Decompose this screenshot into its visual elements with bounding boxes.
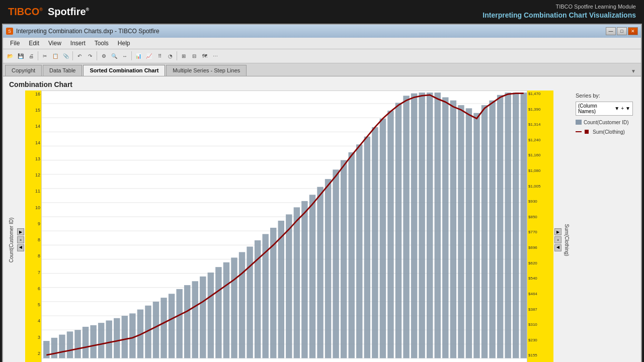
- svg-rect-57: [341, 160, 347, 358]
- svg-rect-55: [325, 179, 331, 358]
- nav-left-add[interactable]: +: [17, 236, 24, 243]
- menu-view[interactable]: View: [44, 39, 65, 48]
- menu-file[interactable]: File: [6, 39, 24, 48]
- app-icon: S: [6, 28, 13, 35]
- svg-rect-24: [83, 327, 89, 358]
- svg-rect-67: [419, 93, 425, 358]
- line-icon: [576, 131, 582, 132]
- svg-rect-80: [521, 93, 527, 358]
- toolbar-map[interactable]: 🗺: [200, 51, 210, 61]
- maximize-button[interactable]: □: [617, 27, 627, 35]
- tab-data-table[interactable]: Data Table: [43, 65, 82, 76]
- y-axis-nav-left: ▶ + ▶: [16, 90, 25, 362]
- toolbar-redo[interactable]: ↷: [85, 51, 95, 61]
- module-label: TIBCO Spotfire Learning Module: [482, 3, 636, 11]
- svg-rect-75: [481, 105, 488, 358]
- line-color-box: [585, 130, 589, 134]
- nav-right-down[interactable]: ▶: [554, 244, 561, 251]
- toolbar-pie[interactable]: ◔: [165, 51, 175, 61]
- toolbar-zoom[interactable]: 🔍: [109, 51, 119, 61]
- toolbar-more[interactable]: ⋯: [210, 51, 220, 61]
- toolbar-paste[interactable]: 📎: [61, 51, 71, 61]
- svg-rect-60: [364, 137, 370, 358]
- nav-left-down[interactable]: ▶: [17, 244, 24, 251]
- title-bar-buttons: — □ ✕: [606, 27, 638, 35]
- svg-rect-73: [466, 108, 472, 358]
- series-by-chevron[interactable]: ▼: [614, 106, 619, 111]
- tab-multiple-series[interactable]: Multiple Series - Step Lines: [166, 65, 247, 76]
- window-title: Interpreting Combination Charts.dxp - TI…: [16, 28, 159, 35]
- chart-title: Combination Chart: [3, 76, 641, 90]
- menu-tools[interactable]: Tools: [91, 39, 113, 48]
- series-by-dropdown[interactable]: (Column Names) ▼ + ▼: [576, 102, 633, 116]
- menu-insert[interactable]: Insert: [66, 39, 90, 48]
- toolbar-open[interactable]: 📂: [5, 51, 15, 61]
- toolbar-print[interactable]: 🖨: [26, 51, 36, 61]
- svg-rect-34: [160, 298, 167, 358]
- toolbar-filter[interactable]: ⚙: [99, 51, 109, 61]
- content-area: Combination Chart Count(Customer ID) ▶ +…: [3, 76, 641, 362]
- nav-right-up[interactable]: ▶: [554, 228, 561, 235]
- toolbar-sep4: [131, 51, 132, 60]
- close-button[interactable]: ✕: [628, 27, 638, 35]
- svg-rect-36: [176, 289, 182, 358]
- series-item-line: Sum(Clothing): [576, 129, 633, 135]
- tab-scroll-arrow[interactable]: ▼: [628, 66, 639, 76]
- toolbar-grid[interactable]: ⊟: [189, 51, 199, 61]
- module-title: Interpreting Combination Chart Visualiza…: [482, 11, 636, 21]
- toolbar: 📂 💾 🖨 ✂ 📋 📎 ↶ ↷ ⚙ 🔍 ↔ 📊 📈 ⠿ ◔ ⊞ ⊟ 🗺 ⋯: [3, 49, 641, 63]
- series-by-more[interactable]: ▼: [625, 106, 630, 111]
- svg-rect-35: [169, 294, 175, 358]
- toolbar-scatter[interactable]: ⠿: [154, 51, 165, 61]
- nav-left-up[interactable]: ▶: [17, 228, 24, 235]
- svg-rect-72: [458, 105, 464, 358]
- toolbar-save[interactable]: 💾: [16, 51, 26, 61]
- svg-rect-53: [309, 195, 315, 358]
- y-axis-right-label: Sum(Clothing): [562, 90, 572, 362]
- svg-rect-52: [301, 201, 307, 358]
- toolbar-copy[interactable]: 📋: [50, 51, 60, 61]
- series-item-bar: Count(Customer ID): [576, 120, 633, 125]
- svg-rect-61: [372, 127, 378, 358]
- minimize-button[interactable]: —: [606, 27, 616, 35]
- branding-right: TIBCO Spotfire Learning Module Interpret…: [482, 3, 636, 21]
- toolbar-undo[interactable]: ↶: [74, 51, 85, 61]
- svg-rect-65: [403, 96, 409, 358]
- toolbar-cut[interactable]: ✂: [40, 51, 50, 61]
- nav-right-add[interactable]: +: [554, 236, 561, 243]
- toolbar-sep5: [177, 51, 177, 60]
- toolbar-sep1: [38, 51, 38, 60]
- svg-rect-43: [231, 257, 237, 358]
- y-left-label-text: Count(Customer ID): [9, 218, 15, 262]
- title-bar-left: S Interpreting Combination Charts.dxp - …: [6, 28, 159, 35]
- y-highlight-right: $1,470$1,390$1,314$1,240$1,160$1,080$1,0…: [527, 90, 553, 362]
- svg-rect-44: [239, 252, 245, 358]
- chart-svg: [42, 91, 527, 362]
- toolbar-select[interactable]: ↔: [120, 51, 130, 61]
- svg-rect-28: [114, 318, 120, 358]
- logo-circle: ®: [39, 7, 43, 12]
- svg-rect-33: [153, 302, 159, 358]
- svg-rect-70: [442, 97, 448, 358]
- svg-rect-54: [317, 187, 323, 358]
- menu-help[interactable]: Help: [114, 39, 134, 48]
- chart-svg-wrapper: [41, 90, 527, 362]
- toolbar-bar-chart[interactable]: 📊: [133, 51, 143, 61]
- chart-container: Count(Customer ID) ▶ + ▶ 161514141312111…: [3, 90, 641, 362]
- toolbar-line-chart[interactable]: 📈: [144, 51, 154, 61]
- logo-spotfire: Spotfire: [48, 6, 86, 17]
- series-by-add[interactable]: +: [621, 106, 624, 111]
- logo-tibco: TIBCO: [8, 6, 39, 17]
- svg-rect-38: [192, 281, 198, 358]
- svg-rect-22: [67, 331, 73, 358]
- svg-rect-64: [395, 103, 401, 358]
- toolbar-table[interactable]: ⊞: [179, 51, 189, 61]
- tab-sorted-combination-chart[interactable]: Sorted Combination Chart: [83, 65, 165, 76]
- svg-rect-76: [489, 101, 495, 358]
- y-axis-nav-right: ▶ + ▶: [553, 90, 562, 362]
- svg-rect-71: [450, 101, 456, 358]
- tab-copyright[interactable]: Copyright: [5, 65, 42, 76]
- menu-edit[interactable]: Edit: [25, 39, 43, 48]
- svg-rect-68: [427, 93, 433, 358]
- svg-rect-26: [98, 323, 104, 358]
